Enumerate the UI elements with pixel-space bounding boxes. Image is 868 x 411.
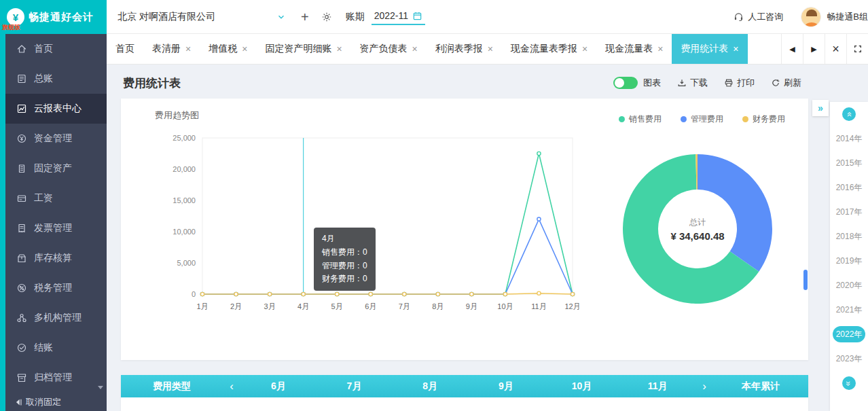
trend-chart-title: 费用趋势图 [155, 109, 199, 122]
gear-icon[interactable] [321, 12, 332, 22]
year-item-2015年[interactable]: 2015年 [830, 151, 868, 175]
year-item-2019年[interactable]: 2019年 [830, 249, 868, 273]
tab-close-icon[interactable]: × [488, 44, 493, 54]
sidebar-item-label: 资金管理 [34, 132, 72, 145]
sidebar-item-label: 工资 [34, 192, 53, 204]
table-prev-icon[interactable]: ‹ [223, 380, 240, 392]
refresh-button[interactable]: 刷新 [771, 77, 801, 89]
fullscreen-icon[interactable] [846, 34, 868, 64]
tab-income-statement-quarterly[interactable]: 利润表季报× [427, 34, 502, 64]
tab-close-icon[interactable]: × [336, 44, 342, 54]
sidebar-item-inventory-accounting[interactable]: 库存核算 [5, 243, 107, 273]
sidebar-scroll-down-icon[interactable] [98, 386, 103, 389]
legend-label: 销售费用 [629, 113, 662, 125]
sidebar-item-fund-management[interactable]: 资金管理 [5, 124, 107, 154]
trend-line-chart[interactable]: 05,00010,00015,00020,00025,0001月2月3月4月5月… [141, 126, 590, 323]
download-label: 下载 [690, 77, 708, 89]
tab-close-all-icon[interactable]: × [825, 34, 846, 64]
svg-text:6月: 6月 [365, 302, 376, 310]
legend-dot-icon [619, 116, 625, 122]
year-scroll-down-icon[interactable]: » [842, 376, 856, 390]
tab-close-icon[interactable]: × [185, 44, 191, 54]
tab-cashflow[interactable]: 现金流量表× [596, 34, 672, 64]
sidebar-unpin-button[interactable]: 取消固定 [5, 393, 107, 411]
year-item-2017年[interactable]: 2017年 [830, 200, 868, 224]
sidebar-item-cloud-report-center[interactable]: 云报表中心 [5, 94, 107, 124]
calendar-icon [412, 11, 422, 21]
invoice-icon [16, 223, 27, 234]
year-item-2016年[interactable]: 2016年 [830, 175, 868, 200]
sidebar-item-salary[interactable]: 工资 [5, 183, 107, 213]
table-col-month: 9月 [468, 380, 544, 393]
tab-vat[interactable]: 增值税× [200, 34, 256, 64]
sidebar-item-multi-org-management[interactable]: 多机构管理 [5, 303, 107, 333]
sidebar-item-label: 结账 [34, 342, 53, 354]
tab-close-icon[interactable]: × [242, 44, 247, 54]
tab-scroll-right-icon[interactable]: ▶ [803, 34, 825, 64]
svg-text:10月: 10月 [497, 302, 513, 310]
tab-scroll-left-icon[interactable]: ◀ [781, 34, 803, 64]
sidebar-item-tax-management[interactable]: 税务管理 [5, 273, 107, 303]
tax-icon [16, 283, 27, 293]
tab-close-icon[interactable]: × [657, 44, 663, 54]
tab-close-icon[interactable]: × [733, 44, 738, 54]
print-label: 打印 [737, 77, 755, 89]
company-selector[interactable]: 北京 对啊酒店有限公司 [117, 11, 286, 23]
page-controls: 图表 下载 打印 刷新 [613, 77, 801, 89]
tab-report-list[interactable]: 表清册× [143, 34, 200, 64]
print-button[interactable]: 打印 [724, 77, 755, 89]
app-title: 畅捷通好会计 [29, 11, 94, 24]
year-scroll-up-icon[interactable]: » [842, 107, 856, 121]
chart-view-toggle[interactable] [613, 77, 638, 89]
main-content: 费用统计表 图表 下载 打印 刷新 » 费用趋势图 销售费用管理费用财务费用 [107, 65, 868, 411]
edition-badge: 旗舰版 [2, 23, 20, 32]
svg-text:0: 0 [192, 290, 196, 298]
tab-bar: 首页表清册×增值税×固定资产明细账×资产负债表×利润表季报×现金流量表季报×现金… [107, 34, 868, 65]
tab-label: 资产负债表 [360, 43, 408, 55]
archive-icon [16, 372, 27, 383]
table-col-expense-type: 费用类型 [121, 380, 223, 393]
tab-home[interactable]: 首页 [107, 34, 143, 64]
svg-text:11月: 11月 [531, 302, 546, 310]
sidebar-item-invoice-management[interactable]: 发票管理 [5, 213, 107, 243]
svg-text:1月: 1月 [196, 302, 208, 310]
legend-item-财务费用[interactable]: 财务费用 [742, 113, 785, 125]
sidebar-item-archive-management[interactable]: 归档管理 [5, 363, 107, 393]
tab-expense-statistics[interactable]: 费用统计表× [672, 34, 747, 64]
svg-text:15,000: 15,000 [173, 196, 196, 204]
scrollbar-thumb[interactable] [803, 270, 808, 290]
tab-close-icon[interactable]: × [582, 44, 587, 54]
tab-close-icon[interactable]: × [412, 44, 418, 54]
download-button[interactable]: 下载 [677, 77, 708, 89]
sidebar-item-closing[interactable]: 结账 [5, 333, 107, 363]
year-item-2020年[interactable]: 2020年 [830, 273, 868, 298]
legend-item-销售费用[interactable]: 销售费用 [619, 113, 662, 125]
year-item-2014年[interactable]: 2014年 [830, 126, 868, 151]
donut-chart[interactable]: 总计 ¥ 34,640.48 [620, 151, 775, 306]
org-icon [16, 312, 27, 323]
add-account-button[interactable]: + [301, 10, 309, 24]
tab-label: 现金流量表 [605, 43, 653, 55]
legend-item-管理费用[interactable]: 管理费用 [681, 113, 723, 125]
avatar[interactable] [801, 7, 821, 27]
company-name: 北京 对啊酒店有限公司 [117, 11, 215, 23]
period-field[interactable]: 2022-11 [372, 8, 425, 25]
svg-text:7月: 7月 [399, 302, 410, 310]
printer-icon [724, 78, 734, 88]
tab-balance-sheet[interactable]: 资产负债表× [351, 34, 427, 64]
home-icon [16, 43, 27, 54]
sidebar-item-fixed-assets[interactable]: 固定资产 [5, 154, 107, 183]
tab-fixed-asset-detail[interactable]: 固定资产明细账× [256, 34, 350, 64]
year-item-2022年[interactable]: 2022年 [833, 326, 865, 342]
year-item-2023年[interactable]: 2023年 [830, 346, 868, 371]
table-next-icon[interactable]: › [695, 380, 713, 392]
support-link[interactable]: 人工咨询 [734, 11, 783, 23]
svg-text:2月: 2月 [230, 302, 242, 310]
sidebar-item-home[interactable]: 首页 [5, 34, 107, 64]
year-item-2018年[interactable]: 2018年 [830, 224, 868, 249]
period-label: 账期 [346, 11, 365, 23]
tab-cashflow-quarterly[interactable]: 现金流量表季报× [502, 34, 596, 64]
year-item-2021年[interactable]: 2021年 [830, 298, 868, 322]
sidebar-item-general-ledger[interactable]: 总账 [5, 64, 107, 94]
year-panel-expand-icon[interactable]: » [812, 100, 829, 116]
